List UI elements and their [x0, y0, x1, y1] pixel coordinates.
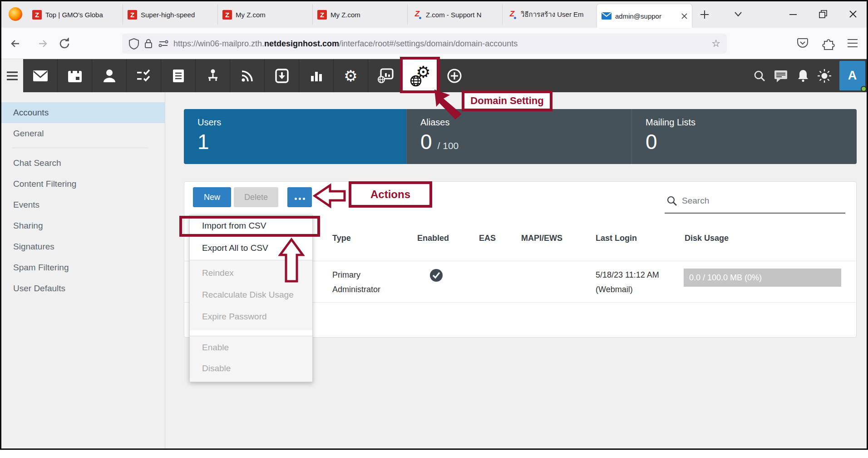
tab-gmo-global[interactable]: Z Top | GMO's Globa — [28, 4, 123, 25]
lock-icon[interactable] — [143, 38, 153, 50]
chat-button[interactable] — [773, 59, 789, 92]
column-header-enabled[interactable]: Enabled — [417, 227, 449, 249]
menu-icon[interactable] — [6, 71, 19, 81]
download-box-icon — [275, 69, 289, 83]
tab-admin-webmail[interactable]: admin@suppor — [597, 4, 692, 28]
account-search[interactable] — [665, 189, 845, 214]
toolbar-item-install[interactable] — [265, 59, 299, 92]
tab-title: Top | GMO's Globa — [45, 11, 118, 19]
calendar-icon — [67, 69, 83, 83]
toolbar-item-settings[interactable]: ⚙ — [334, 59, 368, 92]
bookmark-star-icon[interactable]: ☆ — [711, 38, 720, 50]
tab-close-icon[interactable] — [681, 13, 687, 19]
zcom-favicon-icon: Z — [317, 10, 327, 20]
tab-title: วิธีการสร้าง User Em — [521, 9, 592, 20]
zcom-script-favicon-icon: Z — [412, 10, 422, 20]
reload-button[interactable] — [57, 35, 73, 52]
sidebar-divider — [12, 148, 148, 148]
actions-arrow-icon — [313, 183, 346, 209]
tab-my-zcom-1[interactable]: Z My Z.com — [217, 4, 312, 25]
chat-icon — [774, 69, 788, 83]
new-button[interactable]: New — [193, 187, 231, 207]
account-type-cell: Primary Administrator — [332, 268, 400, 297]
pocket-icon[interactable] — [796, 36, 809, 50]
app-content: Accounts General Chat Search Content Fil… — [1, 92, 867, 448]
tab-bar: Z Top | GMO's Globa Z Super-high-speed Z… — [1, 1, 867, 28]
bar-chart-icon — [310, 70, 323, 82]
actions-annotation: Actions — [349, 181, 432, 208]
tab-my-zcom-2[interactable]: Z My Z.com — [312, 4, 407, 25]
sidebar-item-user-defaults[interactable]: User Defaults — [1, 278, 165, 299]
sidebar-item-sharing[interactable]: Sharing — [1, 215, 165, 236]
users-card[interactable]: Users 1 — [184, 109, 406, 164]
tab-title: Z.com - Support N — [426, 11, 498, 19]
column-header-mapi-ews[interactable]: MAPI/EWS — [521, 227, 562, 249]
column-header-disk-usage[interactable]: Disk Usage — [685, 227, 729, 249]
window-minimize-button[interactable] — [787, 8, 799, 20]
stat-cards: Users 1 Aliases 0/ 100 Mailing Lists 0 — [184, 109, 857, 164]
aliases-limit: / 100 — [438, 140, 459, 151]
sidebar-item-content-filtering[interactable]: Content Filtering — [1, 174, 165, 194]
extensions-puzzle-icon[interactable] — [821, 36, 835, 50]
back-button[interactable] — [8, 35, 24, 52]
menu-item-enable[interactable]: Enable — [190, 337, 312, 358]
tab-super-high-speed[interactable]: Z Super-high-speed — [123, 4, 217, 25]
sidebar-item-general[interactable]: General — [1, 123, 165, 144]
delete-button[interactable]: Delete — [234, 187, 278, 207]
firefox-logo-icon[interactable] — [9, 7, 22, 21]
zcom-script-favicon-icon: Z — [507, 10, 517, 20]
toolbar-item-calendar[interactable] — [58, 59, 92, 92]
toolbar-item-domain-reports[interactable] — [368, 59, 403, 92]
avatar[interactable]: A — [839, 61, 865, 90]
enabled-check-icon — [429, 269, 443, 282]
window-close-button[interactable] — [847, 8, 859, 20]
domain-reports-icon — [377, 68, 394, 84]
tab-zcom-support[interactable]: Z Z.com - Support N — [407, 4, 502, 25]
rss-icon — [241, 69, 254, 83]
mailing-lists-card[interactable]: Mailing Lists 0 — [631, 109, 857, 164]
toolbar-item-tasks[interactable] — [127, 59, 161, 92]
settings-sidebar: Accounts General Chat Search Content Fil… — [1, 92, 165, 448]
column-header-type[interactable]: Type — [332, 227, 351, 249]
toolbar-item-reports[interactable] — [299, 59, 334, 92]
sidebar-item-signatures[interactable]: Signatures — [1, 236, 165, 257]
import-from-csv-highlight-frame — [179, 216, 320, 237]
toolbar-item-feeds[interactable] — [230, 59, 265, 92]
search-icon — [753, 70, 766, 82]
bell-icon — [797, 69, 809, 83]
tab-list-chevron-icon[interactable] — [733, 10, 743, 18]
toolbar-item-connections[interactable] — [196, 59, 230, 92]
window-restore-button[interactable] — [817, 8, 829, 20]
toolbar-item-new[interactable] — [437, 59, 472, 92]
domain-settings-highlight-frame — [400, 57, 440, 93]
notifications-button[interactable] — [796, 59, 810, 92]
menu-item-expire-password[interactable]: Expire Password — [190, 306, 312, 328]
theme-button[interactable] — [816, 59, 833, 92]
sidebar-item-accounts[interactable]: Accounts — [1, 102, 165, 123]
tracking-shield-icon[interactable] — [128, 38, 139, 50]
search-icon — [666, 195, 677, 206]
tab-title: admin@suppor — [615, 12, 679, 20]
menu-item-recalculate-disk-usage[interactable]: Recalculate Disk Usage — [190, 284, 312, 306]
aliases-count: 0 — [420, 129, 432, 154]
global-search-button[interactable] — [753, 59, 766, 92]
mailing-lists-count: 0 — [646, 129, 657, 154]
search-input[interactable] — [682, 196, 818, 206]
column-header-last-login[interactable]: Last Login — [596, 227, 637, 249]
forward-button[interactable] — [34, 35, 50, 52]
plus-circle-icon — [447, 68, 462, 84]
sidebar-item-chat-search[interactable]: Chat Search — [1, 153, 165, 174]
url-bar[interactable]: https://win06-mailpro.zth.netdesignhost.… — [122, 34, 727, 54]
more-actions-button[interactable] — [287, 187, 312, 207]
new-tab-button[interactable] — [699, 9, 710, 20]
column-header-eas[interactable]: EAS — [479, 227, 496, 249]
menu-item-disable[interactable]: Disable — [190, 358, 312, 379]
sidebar-item-events[interactable]: Events — [1, 194, 165, 215]
toolbar-item-contacts[interactable] — [92, 59, 127, 92]
permissions-icon[interactable] — [158, 39, 169, 49]
toolbar-item-notes[interactable] — [161, 59, 196, 92]
sidebar-item-spam-filtering[interactable]: Spam Filtering — [1, 257, 165, 278]
tab-thai-user-guide[interactable]: Z วิธีการสร้าง User Em — [502, 4, 597, 25]
toolbar-item-mail[interactable] — [23, 59, 58, 92]
browser-menu-icon[interactable] — [846, 37, 859, 49]
